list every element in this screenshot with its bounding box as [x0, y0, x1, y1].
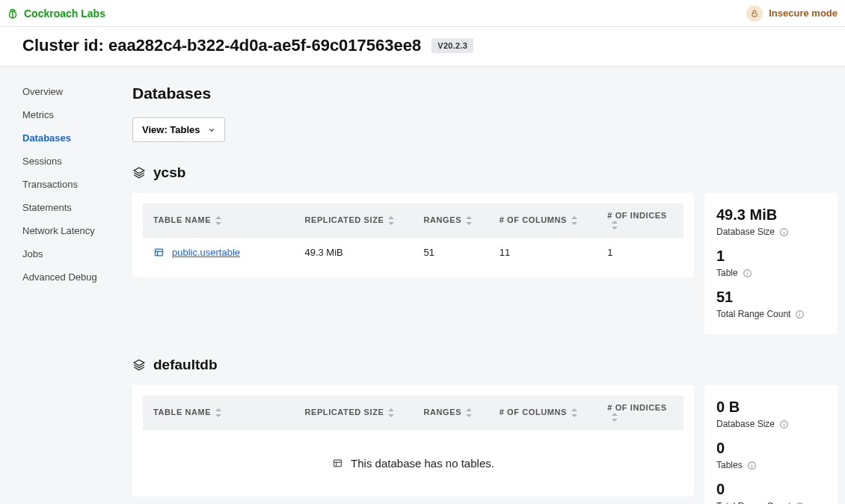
- col-replicated-size[interactable]: Replicated Size: [294, 203, 413, 238]
- brand-text: Cockroach Labs: [24, 7, 105, 19]
- sidebar-item-overview[interactable]: Overview: [22, 80, 132, 103]
- insecure-mode-label: Insecure mode: [769, 7, 838, 19]
- info-icon[interactable]: [747, 461, 757, 470]
- chevron-down-icon: [208, 126, 215, 134]
- view-selector-button[interactable]: View: Tables: [132, 117, 225, 142]
- cell-size: 49.3 MiB: [294, 238, 413, 268]
- svg-point-20: [784, 422, 784, 422]
- stat-table-count-value: 0: [716, 440, 826, 457]
- stat-range-count-label: Total Range Count: [716, 501, 826, 504]
- col-columns[interactable]: # of Columns: [489, 396, 597, 430]
- col-ranges[interactable]: Ranges: [413, 396, 488, 430]
- sidebar-item-sessions[interactable]: Sessions: [22, 150, 132, 173]
- col-table-name[interactable]: Table Name: [143, 203, 294, 238]
- svg-rect-15: [334, 460, 342, 467]
- database-section-ycsb: ycsbTable NameReplicated SizeRanges# of …: [132, 165, 838, 334]
- stat-range-count-value: 51: [716, 289, 826, 306]
- sort-icon[interactable]: [388, 408, 394, 417]
- sidebar-item-network-latency[interactable]: Network Latency: [22, 219, 132, 242]
- sort-icon[interactable]: [388, 216, 394, 225]
- stat-table-count-label: Table: [716, 268, 826, 278]
- stat-db-size-label: Database Size: [716, 227, 826, 237]
- sidebar-item-transactions[interactable]: Transactions: [22, 173, 132, 196]
- sidebar-nav: OverviewMetricsDatabasesSessionsTransact…: [0, 67, 132, 504]
- sidebar-item-statements[interactable]: Statements: [22, 196, 132, 219]
- layers-icon: [132, 166, 146, 179]
- sort-icon[interactable]: [612, 413, 618, 422]
- cluster-bar: Cluster id: eaa282c4-b322-4d0a-ae5f-69c0…: [0, 27, 845, 67]
- empty-message: This database has no tables.: [351, 457, 494, 470]
- cell-indices: 1: [597, 238, 683, 268]
- stat-table-count-value: 1: [716, 248, 826, 265]
- version-badge: V20.2.3: [431, 38, 473, 53]
- database-name: ycsb: [153, 165, 185, 181]
- cluster-id-title: Cluster id: eaa282c4-b322-4d0a-ae5f-69c0…: [22, 36, 421, 55]
- col-indices[interactable]: # of Indices: [597, 203, 683, 238]
- brand-logo[interactable]: Cockroach Labs: [6, 7, 105, 20]
- svg-point-14: [799, 312, 800, 313]
- tables-card: Table NameReplicated SizeRanges# of Colu…: [132, 193, 694, 277]
- stat-db-size-label: Database Size: [716, 419, 826, 429]
- sort-icon[interactable]: [571, 408, 577, 417]
- info-icon[interactable]: [795, 310, 805, 319]
- table-icon: [153, 247, 165, 258]
- info-icon[interactable]: [779, 420, 789, 429]
- cell-columns: 11: [489, 238, 597, 268]
- sidebar-item-jobs[interactable]: Jobs: [22, 242, 132, 265]
- main-content: Databases View: Tables ycsbTable NameRep…: [132, 67, 845, 504]
- database-section-defaultdb: defaultdbTable NameReplicated SizeRanges…: [132, 357, 838, 504]
- svg-point-23: [752, 463, 752, 464]
- sidebar-item-metrics[interactable]: Metrics: [22, 103, 132, 126]
- stat-db-size-value: 0 B: [716, 399, 826, 416]
- col-columns[interactable]: # of Columns: [489, 203, 597, 238]
- stat-db-size-value: 49.3 MiB: [716, 206, 826, 224]
- sidebar-item-advanced-debug[interactable]: Advanced Debug: [22, 265, 132, 289]
- stat-range-count-value: 0: [716, 481, 826, 498]
- sort-icon[interactable]: [466, 216, 472, 225]
- stat-table-count-label: Tables: [716, 460, 826, 470]
- sort-icon[interactable]: [215, 216, 221, 225]
- sort-icon[interactable]: [215, 408, 221, 417]
- sort-icon[interactable]: [612, 221, 618, 230]
- database-name: defaultdb: [153, 357, 218, 373]
- cell-ranges: 51: [413, 238, 488, 268]
- info-icon[interactable]: [779, 227, 789, 237]
- empty-row: This database has no tables.: [143, 430, 683, 487]
- stats-card: 0 BDatabase Size 0Tables 0Total Range Co…: [704, 385, 838, 504]
- tables-card: Table NameReplicated SizeRanges# of Colu…: [132, 385, 694, 497]
- info-icon[interactable]: [743, 268, 752, 278]
- col-indices[interactable]: # of Indices: [597, 396, 683, 430]
- col-ranges[interactable]: Ranges: [413, 203, 488, 238]
- stats-card: 49.3 MiBDatabase Size 1Table 51Total Ran…: [704, 193, 838, 334]
- col-replicated-size[interactable]: Replicated Size: [294, 396, 413, 430]
- sort-icon[interactable]: [466, 408, 472, 417]
- insecure-mode-indicator[interactable]: Insecure mode: [746, 5, 838, 22]
- lock-icon: [746, 5, 763, 22]
- layers-icon: [132, 358, 146, 372]
- sidebar-item-databases[interactable]: Databases: [22, 126, 132, 150]
- top-bar: Cockroach Labs Insecure mode: [0, 0, 845, 27]
- table-icon: [332, 458, 343, 469]
- page-title: Databases: [132, 84, 838, 102]
- sort-icon[interactable]: [571, 216, 577, 225]
- info-icon[interactable]: [795, 502, 805, 505]
- col-table-name[interactable]: Table Name: [143, 396, 294, 430]
- stat-range-count-label: Total Range Count: [716, 309, 826, 319]
- svg-point-11: [747, 271, 748, 271]
- svg-rect-3: [156, 249, 163, 256]
- cockroach-icon: [6, 7, 19, 20]
- view-selector-label: View: Tables: [142, 124, 200, 135]
- table-row: public.usertable49.3 MiB51111: [143, 238, 683, 268]
- svg-point-8: [784, 230, 784, 230]
- table-link[interactable]: public.usertable: [172, 247, 240, 258]
- svg-rect-2: [752, 13, 757, 16]
